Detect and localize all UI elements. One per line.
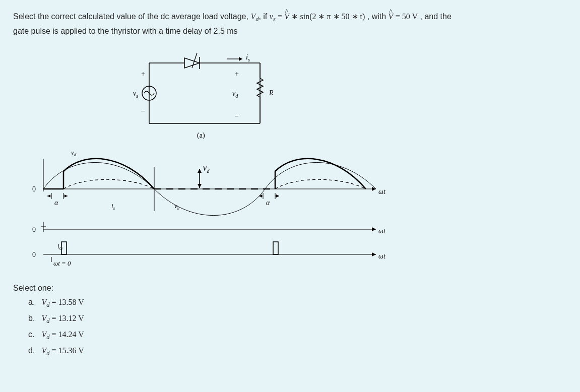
svg-text:ωt: ωt [378, 252, 386, 260]
q-prefix: Select the correct calculated value of t… [13, 12, 250, 21]
option-d[interactable]: d. Vd = 15.36 V [28, 346, 567, 357]
minus-label: − [141, 107, 145, 115]
svg-text:ωt: ωt [378, 188, 386, 195]
svg-text:+: + [235, 70, 239, 78]
svg-text:is: is [111, 202, 115, 211]
svg-text:α: α [266, 199, 270, 207]
svg-marker-45 [198, 184, 202, 188]
svg-text:0: 0 [32, 185, 36, 193]
svg-marker-44 [198, 169, 202, 173]
circuit-diagram: + − vs + − vd is R (a) [133, 53, 274, 140]
option-c[interactable]: c. Vd = 14.24 V [28, 330, 567, 341]
svg-marker-22 [372, 187, 376, 191]
caption: (a) [197, 132, 205, 140]
svg-text:α: α [54, 199, 58, 207]
svg-text:vd: vd [71, 149, 77, 157]
q-line2: gate pulse is applied to the thyristor w… [13, 27, 238, 35]
svg-text:0: 0 [32, 251, 36, 258]
svg-marker-32 [47, 194, 50, 198]
svg-marker-14 [239, 57, 242, 61]
svg-marker-6 [184, 58, 200, 68]
and-text: , and the [420, 12, 452, 21]
eq50: = 50 V [396, 12, 418, 21]
plus-label: + [141, 70, 145, 78]
question-text: Select the correct calculated value of t… [13, 10, 567, 38]
q-if: , if [259, 12, 269, 21]
svg-marker-51 [372, 227, 376, 231]
option-b[interactable]: b. Vd = 13.12 V [28, 314, 567, 325]
svg-text:ωt = 0: ωt = 0 [53, 259, 71, 267]
vhat1: V [284, 10, 289, 23]
vs-symbol: vs [270, 12, 276, 21]
svg-marker-40 [276, 194, 279, 198]
svg-text:ωt: ωt [378, 227, 386, 235]
thyristor-icon [179, 53, 210, 69]
svg-text:vs: vs [133, 90, 138, 99]
with-text: , with [367, 12, 389, 21]
sin-expr: ∗ sin(2 ∗ π ∗ 50 ∗ t) [291, 12, 365, 21]
vd-symbol: Vd [250, 12, 259, 21]
svg-text:iG: iG [57, 242, 63, 251]
vhat2: V [389, 10, 394, 23]
eq1: = [278, 12, 284, 21]
svg-text:is: is [246, 53, 250, 62]
option-a[interactable]: a. Vd = 13.58 V [28, 298, 567, 309]
svg-text:0: 0 [32, 226, 36, 233]
svg-text:−: − [235, 112, 239, 120]
svg-marker-33 [65, 194, 68, 198]
svg-text:Vd: Vd [203, 165, 210, 174]
svg-text:vd: vd [232, 90, 238, 99]
svg-text:vs: vs [174, 202, 179, 211]
figure: + − vs + − vd is R (a) 0 ωt α [13, 48, 567, 270]
waveform-diagram: 0 ωt α α vd Vd vs is [32, 149, 386, 267]
svg-rect-61 [273, 242, 278, 254]
svg-text:R: R [269, 89, 274, 97]
svg-marker-57 [372, 252, 376, 256]
select-one-label: Select one: [13, 284, 567, 293]
options-list: a. Vd = 13.58 V b. Vd = 13.12 V c. Vd = … [13, 298, 567, 358]
